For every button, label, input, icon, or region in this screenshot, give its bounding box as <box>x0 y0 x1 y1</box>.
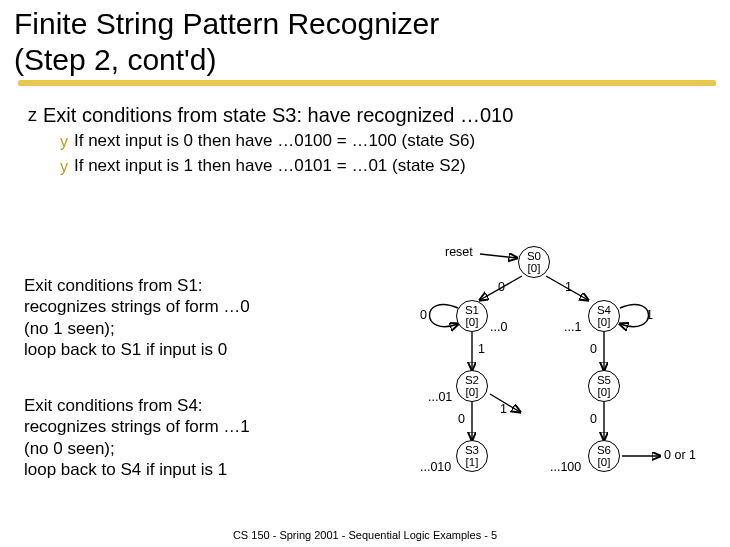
s0-name: S0 <box>519 250 549 262</box>
edge-s4-s5: 0 <box>590 342 597 356</box>
s2-name: S2 <box>457 374 487 386</box>
y-icon: y <box>60 131 68 153</box>
s6-seq: ...100 <box>550 460 581 474</box>
edge-s0-s4: 1 <box>565 280 572 294</box>
s2-out: [0] <box>457 386 487 398</box>
sub-bullet-1: y If next input is 0 then have …0100 = …… <box>60 131 720 153</box>
state-s0: S0 [0] <box>518 246 550 278</box>
s6-name: S6 <box>589 444 619 456</box>
state-s4: S4 [0] <box>588 300 620 332</box>
s6-out: [0] <box>589 456 619 468</box>
loop-s1-0: 0 <box>420 308 427 322</box>
s3-out: [1] <box>457 456 487 468</box>
s5-out: [0] <box>589 386 619 398</box>
s4-seq: ...1 <box>564 320 581 334</box>
edge-s5-0: 0 <box>590 412 597 426</box>
sub-bullets: y If next input is 0 then have …0100 = …… <box>28 131 720 178</box>
sub1-text: If next input is 0 then have …0100 = …10… <box>74 131 475 151</box>
s3-seq: ...010 <box>420 460 451 474</box>
s4-out: [0] <box>589 316 619 328</box>
bullet-main-text: Exit conditions from state S3: have reco… <box>43 104 513 127</box>
state-diagram: reset S0 [0] 0 1 S1 [0] ...0 0 1 S4 [0] … <box>350 242 730 532</box>
sub2-text: If next input is 1 then have …0101 = …01… <box>74 156 466 176</box>
slide-title-1: Finite String Pattern Recognizer <box>14 6 720 42</box>
diagram-edges <box>350 242 730 532</box>
s4-name: S4 <box>589 304 619 316</box>
loop-s4-1: 1 <box>646 308 653 322</box>
s2-seq: ...01 <box>428 390 452 404</box>
slide-footer: CS 150 - Spring 2001 - Sequential Logic … <box>0 529 730 541</box>
s0-out: [0] <box>519 262 549 274</box>
edge-s1-s2: 1 <box>478 342 485 356</box>
svg-line-0 <box>480 254 517 258</box>
note-s4: Exit conditions from S4: recognizes stri… <box>24 395 334 480</box>
s1-seq: ...0 <box>490 320 507 334</box>
sub-bullet-2: y If next input is 1 then have …0101 = …… <box>60 156 720 178</box>
state-s1: S1 [0] <box>456 300 488 332</box>
edge-s2-1: 1 <box>500 402 507 416</box>
state-s5: S5 [0] <box>588 370 620 402</box>
reset-label: reset <box>445 245 473 259</box>
edge-s0-s1: 0 <box>498 280 505 294</box>
content-block: z Exit conditions from state S3: have re… <box>0 86 730 178</box>
s5-name: S5 <box>589 374 619 386</box>
s1-out: [0] <box>457 316 487 328</box>
slide-title-2: (Step 2, cont'd) <box>14 42 720 78</box>
edge-s6-out: 0 or 1 <box>664 448 696 462</box>
state-s3: S3 [1] <box>456 440 488 472</box>
s3-name: S3 <box>457 444 487 456</box>
note-s1: Exit conditions from S1: recognizes stri… <box>24 275 334 360</box>
state-s6: S6 [0] <box>588 440 620 472</box>
bullet-main: z Exit conditions from state S3: have re… <box>28 104 720 127</box>
state-s2: S2 [0] <box>456 370 488 402</box>
y-icon: y <box>60 156 68 178</box>
s1-name: S1 <box>457 304 487 316</box>
edge-s2-s3-0: 0 <box>458 412 465 426</box>
z-icon: z <box>28 104 37 127</box>
